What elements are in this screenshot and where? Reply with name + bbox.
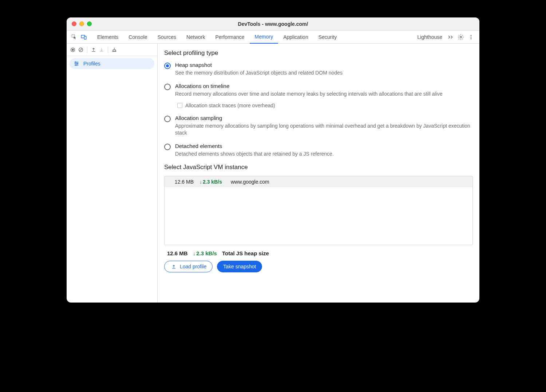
heap-summary: 12.6 MB ↓ 2.3 kB/s Total JS heap size — [167, 250, 473, 256]
settings-gear-icon[interactable] — [458, 34, 464, 40]
sidebar-item-label: Profiles — [83, 61, 100, 67]
checkbox-allocation-stack-traces-label: Allocation stack traces (more overhead) — [185, 103, 275, 108]
arrow-down-icon: ↓ — [193, 250, 196, 256]
tab-elements[interactable]: Elements — [92, 31, 123, 44]
radio-heap-snapshot[interactable] — [164, 63, 171, 69]
radio-detached-elements[interactable] — [164, 144, 171, 150]
load-profile-label: Load profile — [180, 264, 206, 269]
take-snapshot-label: Take snapshot — [223, 264, 256, 269]
devtools-tabs: Elements Console Sources Network Perform… — [92, 31, 447, 44]
radio-allocation-sampling-desc: Approximate memory allocations by sampli… — [175, 123, 473, 136]
inspect-element-icon[interactable] — [71, 34, 78, 40]
download-icon[interactable] — [98, 47, 105, 53]
tab-performance[interactable]: Performance — [210, 31, 249, 44]
sidebar: Profiles — [67, 44, 158, 303]
svg-point-3 — [460, 36, 462, 38]
vm-instance-row[interactable]: 12.6 MB ↓ 2.3 kB/s www.google.com — [165, 176, 472, 187]
sliders-icon — [73, 60, 80, 67]
clear-icon[interactable] — [78, 47, 84, 53]
svg-point-4 — [471, 35, 472, 36]
profiling-heading: Select profiling type — [164, 49, 473, 57]
tab-security[interactable]: Security — [313, 31, 342, 44]
titlebar: DevTools - www.google.com/ — [67, 17, 479, 31]
record-icon[interactable] — [70, 47, 76, 53]
radio-allocation-sampling-title: Allocation sampling — [175, 115, 473, 121]
main-panel: Select profiling type Heap snapshot See … — [158, 44, 479, 303]
load-profile-button[interactable]: Load profile — [164, 261, 213, 272]
tab-sources[interactable]: Sources — [153, 31, 181, 44]
more-tabs-icon[interactable] — [447, 34, 454, 40]
window-title: DevTools - www.google.com/ — [67, 21, 479, 27]
radio-heap-snapshot-title: Heap snapshot — [175, 62, 343, 68]
device-toolbar-icon[interactable] — [80, 34, 87, 40]
upload-icon — [170, 263, 177, 270]
checkbox-allocation-stack-traces[interactable] — [177, 103, 182, 108]
tab-console[interactable]: Console — [123, 31, 152, 44]
svg-point-8 — [72, 49, 74, 51]
radio-detached-elements-title: Detached elements — [175, 143, 334, 149]
vm-row-size: 12.6 MB — [168, 179, 194, 185]
devtools-tabbar: Elements Console Sources Network Perform… — [67, 31, 479, 44]
svg-rect-2 — [84, 36, 86, 39]
gc-broom-icon[interactable] — [111, 47, 118, 53]
content: Profiles Select profiling type Heap snap… — [67, 44, 479, 303]
sidebar-item-profiles[interactable]: Profiles — [70, 58, 154, 69]
svg-point-5 — [471, 36, 472, 37]
heap-summary-rate: ↓ 2.3 kB/s — [193, 250, 217, 256]
tab-application[interactable]: Application — [278, 31, 313, 44]
upload-icon[interactable] — [90, 47, 97, 53]
vm-row-host: www.google.com — [231, 179, 269, 185]
svg-point-6 — [471, 38, 472, 39]
heap-summary-size: 12.6 MB — [167, 250, 188, 256]
radio-allocation-sampling[interactable] — [164, 116, 171, 122]
sidebar-toolbar — [67, 44, 157, 56]
svg-point-10 — [75, 62, 76, 63]
svg-point-11 — [77, 63, 78, 64]
arrow-down-icon: ↓ — [199, 179, 202, 185]
tab-memory[interactable]: Memory — [250, 31, 278, 44]
vm-heading: Select JavaScript VM instance — [164, 164, 473, 171]
radio-allocations-timeline-desc: Record memory allocations over time and … — [175, 91, 473, 97]
vm-row-rate: ↓ 2.3 kB/s — [199, 179, 222, 185]
tab-network[interactable]: Network — [181, 31, 210, 44]
heap-summary-label: Total JS heap size — [222, 250, 269, 256]
radio-allocations-timeline-title: Allocations on timeline — [175, 83, 473, 89]
radio-heap-snapshot-desc: See the memory distribution of JavaScrip… — [175, 69, 343, 76]
tab-lighthouse[interactable]: Lighthouse — [412, 31, 447, 44]
radio-allocations-timeline[interactable] — [164, 84, 171, 90]
vm-instance-list: 12.6 MB ↓ 2.3 kB/s www.google.com — [164, 176, 473, 245]
svg-point-12 — [75, 65, 76, 66]
devtools-window: DevTools - www.google.com/ Elements Cons… — [67, 17, 479, 303]
radio-detached-elements-desc: Detached elements shows objects that are… — [175, 151, 334, 157]
take-snapshot-button[interactable]: Take snapshot — [217, 261, 262, 272]
kebab-menu-icon[interactable] — [468, 34, 474, 40]
